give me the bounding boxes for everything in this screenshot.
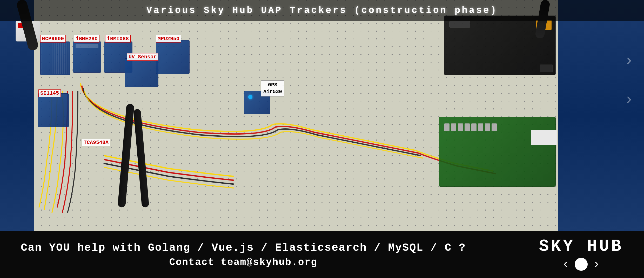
image-area: › › Various Sky Hub UAP Trackers (constr… — [0, 0, 644, 231]
green-pcb-board — [439, 117, 556, 187]
ethernet-connector — [531, 130, 557, 145]
bottom-text-area: Can YOU help with Golang / Vue.js / Elas… — [21, 242, 466, 268]
page-title: Various Sky Hub UAP Trackers (constructi… — [146, 5, 498, 16]
logo-text: SKY HUB — [539, 238, 623, 255]
right-panel: › › — [556, 0, 644, 231]
label-mcp9600: MCP9600 — [40, 35, 66, 43]
help-text: Can YOU help with Golang / Vue.js / Elas… — [21, 242, 466, 254]
mpu2950-module — [156, 40, 190, 74]
label-gps: GPS Air530 — [261, 80, 284, 96]
main-container: › › Various Sky Hub UAP Trackers (constr… — [0, 0, 644, 278]
bottom-bar: Can YOU help with Golang / Vue.js / Elas… — [0, 231, 644, 278]
uv-sensor-module — [125, 58, 158, 87]
contact-text: Contact team@skyhub.org — [169, 257, 318, 268]
circle-icon — [575, 258, 588, 271]
label-bme280: iBME280 — [74, 35, 99, 43]
chevron-down-icon: › — [624, 91, 634, 108]
mcp9600-module — [40, 41, 70, 75]
bme280-module — [73, 41, 101, 73]
chevron-up-icon: › — [624, 52, 634, 70]
label-bmi088: iBMI088 — [105, 35, 131, 43]
arrow-right-icon: › — [593, 257, 600, 271]
logo-icon: ‹ › — [562, 257, 600, 271]
label-tca9548a: TCA9548A — [82, 139, 110, 146]
title-overlay: Various Sky Hub UAP Trackers (constructi… — [0, 0, 644, 21]
label-uv-sensor: UV Sensor — [127, 53, 158, 61]
label-si1145: SI1145 — [38, 89, 61, 97]
arrow-left-icon: ‹ — [562, 257, 569, 271]
label-mpu2950: MPU2950 — [156, 35, 181, 43]
si1145-module — [38, 93, 69, 127]
logo-area: SKY HUB ‹ › — [539, 238, 623, 271]
